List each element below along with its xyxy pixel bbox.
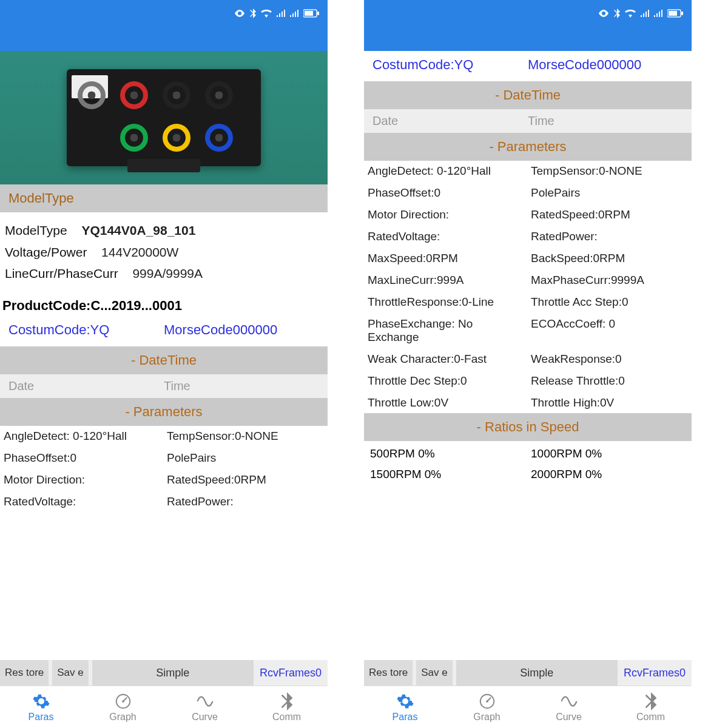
param-item[interactable]: RatedSpeed:0RPM [531,208,688,221]
parameters-grid: AngleDetect: 0-120°Hall TempSensor:0-NON… [0,426,328,512]
toolbar: Res tore Sav e Simple RcvFrames0 [364,660,692,686]
param-item[interactable]: MaxSpeed:0RPM [368,252,525,265]
bluetooth-icon [279,692,295,710]
ratio-item[interactable]: 1000RPM 0% [531,447,686,460]
param-item[interactable]: RatedSpeed:0RPM [167,473,324,487]
param-item[interactable]: TempSensor:0-NONE [167,430,324,443]
current-value: 999A/9999A [132,263,203,285]
app-header [0,27,328,51]
param-item[interactable]: MaxPhaseCurr:9999A [531,274,688,287]
rcv-frames[interactable]: RcvFrames0 [254,660,328,686]
save-button[interactable]: Sav e [416,660,452,686]
nav-label: Comm [272,712,301,723]
ratio-item[interactable]: 1500RPM 0% [370,468,525,481]
param-item[interactable]: RatedPower: [531,230,688,243]
status-bar [0,0,328,27]
nav-paras[interactable]: Paras [0,692,82,723]
model-value: YQ144V0A_98_101 [81,220,195,241]
param-item[interactable]: PolePairs [531,186,688,200]
parameters-header[interactable]: - Parameters [364,133,692,161]
svg-rect-6 [669,11,677,16]
restore-button[interactable]: Res tore [364,660,413,686]
gauge-icon [478,692,496,710]
simple-button[interactable]: Simple [92,660,254,686]
phone-right: CostumCode:YQ MorseCode000000 - DateTime… [364,0,692,728]
wave-icon [560,692,578,710]
param-item[interactable]: PhaseOffset:0 [368,186,525,200]
param-item[interactable]: Throttle High:0V [531,396,688,410]
nav-label: Comm [636,712,665,723]
param-item[interactable]: ECOAccCoeff: 0 [531,317,688,344]
simple-button[interactable]: Simple [456,660,618,686]
svg-point-4 [122,700,124,703]
ratio-item[interactable]: 2000RPM 0% [531,468,686,481]
param-item[interactable]: PhaseExchange: No Exchange [368,317,525,344]
nav-curve[interactable]: Curve [528,692,610,723]
param-item[interactable]: Throttle Dec Step:0 [368,374,525,388]
ratio-item[interactable]: 500RPM 0% [370,447,525,460]
param-item[interactable]: Throttle Acc Step:0 [531,295,688,309]
product-image [0,51,328,184]
wifi-icon [625,9,636,18]
param-item[interactable]: WeakResponse:0 [531,352,688,366]
svg-point-9 [486,700,488,703]
nav-label: Curve [556,712,582,723]
param-item[interactable]: TempSensor:0-NONE [531,164,688,178]
param-item[interactable]: AngleDetect: 0-120°Hall [4,430,161,443]
param-item[interactable]: Motor Direction: [4,473,161,487]
parameters-header[interactable]: - Parameters [0,398,328,426]
param-item[interactable]: Weak Character:0-Fast [368,352,525,366]
status-bar [364,0,692,27]
nav-label: Paras [29,712,54,723]
custom-code[interactable]: CostumCode:YQ [372,57,528,73]
nav-label: Paras [393,712,418,723]
date-label: Date [372,114,528,128]
ratios-header[interactable]: - Ratios in Speed [364,413,692,441]
eye-icon [598,10,609,17]
nav-paras[interactable]: Paras [364,692,446,723]
param-item[interactable]: ThrottleResponse:0-Line [368,295,525,309]
param-item[interactable]: AngleDetect: 0-120°Hall [368,164,525,178]
signal-icon [290,10,298,17]
nav-label: Graph [109,712,136,723]
nav-label: Curve [192,712,218,723]
modeltype-header: ModelType [0,184,328,212]
param-item[interactable]: RatedPower: [167,495,324,508]
param-item[interactable]: Release Throttle:0 [531,374,688,388]
custom-code[interactable]: CostumCode:YQ [8,322,164,338]
param-item[interactable]: RatedVoltage: [4,495,161,508]
svg-rect-2 [317,12,319,15]
bottom-nav: Paras Graph Curve Comm [0,686,328,728]
gear-icon [396,692,414,710]
datetime-header[interactable]: - DateTime [0,346,328,374]
save-button[interactable]: Sav e [52,660,88,686]
param-item[interactable]: RatedVoltage: [368,230,525,243]
param-item[interactable]: Throttle Low:0V [368,396,525,410]
current-label: LineCurr/PhaseCurr [5,263,118,285]
nav-comm[interactable]: Comm [246,692,328,723]
param-item[interactable]: PhaseOffset:0 [4,451,161,465]
param-item[interactable]: BackSpeed:0RPM [531,252,688,265]
restore-button[interactable]: Res tore [0,660,49,686]
bluetooth-icon [643,692,659,710]
battery-icon [667,9,683,18]
nav-label: Graph [473,712,500,723]
nav-comm[interactable]: Comm [610,692,692,723]
param-item[interactable]: PolePairs [167,451,324,465]
nav-graph[interactable]: Graph [446,692,528,723]
morse-code[interactable]: MorseCode000000 [528,57,683,73]
nav-graph[interactable]: Graph [82,692,164,723]
time-label: Time [164,379,319,393]
parameters-grid: AngleDetect: 0-120°Hall TempSensor:0-NON… [364,161,692,413]
wifi-icon [261,9,272,18]
param-item[interactable]: Motor Direction: [368,208,525,221]
morse-code[interactable]: MorseCode000000 [164,322,319,338]
datetime-header[interactable]: - DateTime [364,81,692,109]
toolbar: Res tore Sav e Simple RcvFrames0 [0,660,328,686]
eye-icon [234,10,245,17]
param-item[interactable]: MaxLineCurr:999A [368,274,525,287]
bottom-nav: Paras Graph Curve Comm [364,686,692,728]
phone-left: ModelType ModelType YQ144V0A_98_101 Volt… [0,0,328,728]
nav-curve[interactable]: Curve [164,692,246,723]
rcv-frames[interactable]: RcvFrames0 [618,660,692,686]
